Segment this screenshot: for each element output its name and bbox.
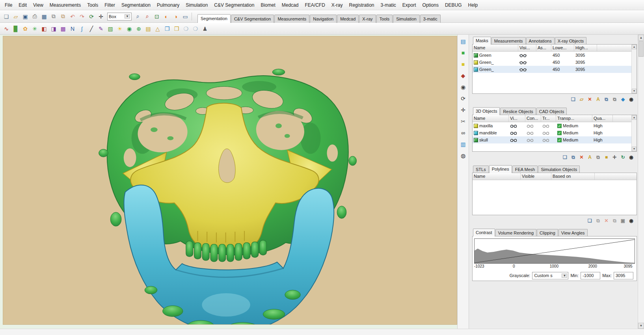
panel-tab[interactable]: Volume Rendering: [495, 229, 537, 236]
object-visibility-toggle[interactable]: [509, 129, 525, 136]
open-mask-icon[interactable]: ▱: [578, 96, 585, 103]
new-mask-icon[interactable]: ❏: [570, 96, 577, 103]
column-header[interactable]: Tr...: [541, 115, 556, 122]
menu-item[interactable]: File: [2, 1, 15, 9]
column-header[interactable]: Name: [473, 115, 509, 122]
menu-item[interactable]: Tools: [84, 1, 101, 9]
single-view-layout-icon[interactable]: ▭: [181, 12, 190, 21]
merge-mask-icon[interactable]: ⊕: [134, 24, 143, 33]
ribbon-tab[interactable]: Simulation: [393, 15, 419, 23]
menu-item[interactable]: DEBUG: [442, 1, 465, 9]
livewire-icon[interactable]: ∫: [78, 24, 86, 33]
panel-tab[interactable]: CAD Objects: [536, 108, 567, 115]
mask-visibility-toggle[interactable]: [518, 66, 536, 73]
mask-row[interactable]: Green_ 450 3095: [473, 59, 637, 66]
menu-item[interactable]: Help: [465, 1, 481, 9]
menu-item[interactable]: Medcad: [279, 1, 302, 9]
object-contour-toggle[interactable]: [525, 136, 541, 143]
3d-viewport[interactable]: [3, 36, 457, 325]
menu-item[interactable]: Pulmonary: [154, 1, 182, 9]
globe-icon[interactable]: ◍: [459, 151, 467, 160]
object-properties-icon[interactable]: A: [586, 154, 593, 161]
new-polyline-icon[interactable]: ❏: [586, 218, 593, 224]
menu-item[interactable]: C&V Segmentation: [211, 1, 257, 9]
menu-item[interactable]: Biomet: [257, 1, 278, 9]
scroll-down-icon[interactable]: ▼: [632, 89, 637, 93]
reposition-object-icon[interactable]: ✛: [611, 154, 618, 161]
threshold-icon[interactable]: ▉: [11, 24, 20, 33]
ribbon-tab[interactable]: Navigation: [310, 15, 337, 23]
max-input[interactable]: 3095: [614, 272, 633, 279]
object-row[interactable]: skull ✓Medium High: [473, 136, 637, 143]
edit-masks-icon[interactable]: N: [68, 24, 77, 33]
object-contour-toggle[interactable]: [525, 129, 541, 136]
panel-tab[interactable]: View Angles: [558, 229, 588, 236]
menu-item[interactable]: Measurements: [47, 1, 84, 9]
column-header[interactable]: Lowe...: [551, 45, 574, 51]
polyline-visibility-icon[interactable]: ◉: [628, 218, 635, 224]
object-visibility-toggle[interactable]: [509, 136, 525, 143]
open-project-icon[interactable]: ▱: [11, 12, 20, 21]
menu-item[interactable]: View: [30, 1, 47, 9]
panel-tab[interactable]: Simulation Objects: [538, 166, 580, 173]
ribbon-tab[interactable]: C&V Segmentation: [231, 15, 274, 23]
boolean-operations-icon[interactable]: ◨: [49, 24, 58, 33]
object-transparency-toggle[interactable]: [541, 122, 556, 129]
panel-tab[interactable]: 3D Objects: [473, 107, 500, 115]
copy-icon[interactable]: ⧉: [49, 12, 58, 21]
panel-tab[interactable]: Reslice Objects: [500, 108, 536, 115]
copy-polyline-icon[interactable]: ⧉: [595, 218, 601, 224]
split-mask-icon[interactable]: ◉: [125, 24, 134, 33]
ribbon-tab[interactable]: Segmentation: [197, 14, 231, 23]
object-contour-toggle[interactable]: [525, 122, 541, 129]
mask-visibility-toggle[interactable]: [518, 52, 536, 59]
delete-object-icon[interactable]: ✕: [578, 154, 585, 161]
calculate-3d-from-mask-icon[interactable]: ◆: [620, 96, 626, 103]
column-header[interactable]: Name: [473, 45, 518, 51]
ribbon-tab[interactable]: Tools: [376, 15, 393, 23]
multiple-slice-edit-icon[interactable]: ▩: [59, 24, 67, 33]
wrap-icon[interactable]: ❍: [191, 24, 200, 33]
panel-scrollbar[interactable]: ▲ ▼: [638, 35, 644, 329]
move-view-icon[interactable]: ✛: [459, 106, 467, 114]
save-polyline-icon[interactable]: ▣: [620, 218, 626, 224]
object-transparency-toggle[interactable]: [541, 129, 556, 136]
glasses-icon[interactable]: ∞: [459, 128, 467, 137]
profile-lines-icon[interactable]: ∿: [2, 24, 11, 33]
scroll-up-icon[interactable]: ▲: [632, 45, 637, 49]
panel-tab[interactable]: STLs: [473, 166, 489, 173]
transparency-checkbox-icon[interactable]: ✓: [557, 138, 562, 142]
object-row[interactable]: maxilla ✓Medium High: [473, 122, 637, 129]
new-project-icon[interactable]: ❏: [2, 12, 11, 21]
export-stl-icon[interactable]: ■: [603, 154, 610, 161]
undo-icon[interactable]: ↶: [68, 12, 77, 21]
calculate-polylines-icon[interactable]: ▤: [144, 24, 153, 33]
panel-tab[interactable]: FEA Mesh: [512, 166, 538, 173]
column-header[interactable]: Con...: [525, 115, 541, 122]
edit-pencil-icon[interactable]: ✎: [97, 24, 105, 33]
refresh-icon[interactable]: ⟳: [87, 12, 96, 21]
redo-icon[interactable]: ↷: [78, 12, 86, 21]
menu-item[interactable]: Registration: [346, 1, 377, 9]
rotate-view-icon[interactable]: ⟳: [459, 94, 467, 103]
zoom-region-icon[interactable]: ⌕: [143, 12, 152, 21]
draw-profile-line-icon[interactable]: ╱: [87, 24, 96, 33]
chart-icon[interactable]: ▥: [459, 140, 467, 149]
panel-tab[interactable]: Contrast: [473, 229, 495, 236]
analyze-person-icon[interactable]: ♟: [201, 24, 209, 33]
column-header[interactable]: Visible: [521, 173, 551, 180]
dynamic-region-growing-icon[interactable]: ✳: [30, 24, 39, 33]
ribbon-tab[interactable]: X-ray: [359, 15, 376, 23]
update-object-icon[interactable]: ↻: [620, 154, 626, 161]
label-object-icon[interactable]: ❒: [172, 24, 181, 33]
panel-tab[interactable]: Measurements: [491, 37, 526, 45]
organize-views-icon[interactable]: ▦: [40, 12, 48, 21]
ribbon-tab[interactable]: Measurements: [274, 15, 309, 23]
mask-visibility-icon[interactable]: ◉: [628, 96, 635, 103]
mask-row[interactable]: Green 450 3095: [473, 52, 637, 59]
ribbon-tab[interactable]: 3-matic: [420, 15, 441, 23]
zoom-icon[interactable]: ⌕: [134, 12, 142, 21]
boolean-mask-icon[interactable]: ⧉: [611, 96, 618, 103]
delete-polyline-icon[interactable]: ✕: [603, 218, 610, 224]
windowing-circle-icon[interactable]: ◑: [171, 12, 180, 21]
